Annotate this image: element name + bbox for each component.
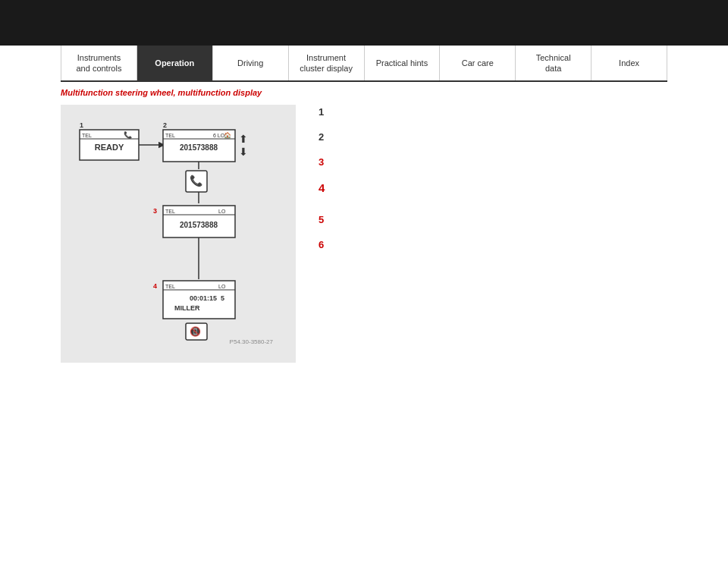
svg-text:MILLER: MILLER	[174, 304, 200, 312]
navigation-bar: Instruments and controls Operation Drivi…	[61, 46, 667, 82]
nav-item-technical-data[interactable]: Technical data	[516, 46, 592, 80]
step-4-number: 4	[318, 181, 329, 194]
subtitle: Multifunction steering wheel, multifunct…	[61, 88, 667, 97]
svg-text:TEL: TEL	[165, 209, 175, 214]
nav-item-practical-hints[interactable]: Practical hints	[365, 46, 441, 80]
svg-text:3: 3	[153, 207, 157, 215]
step-5-number: 5	[318, 214, 329, 225]
page-container: Instruments and controls Operation Drivi…	[0, 46, 728, 563]
step-3: 3	[318, 155, 667, 168]
svg-text:201573888: 201573888	[180, 221, 218, 229]
nav-item-instruments[interactable]: Instruments and controls	[61, 46, 137, 80]
svg-text:TEL: TEL	[165, 133, 175, 138]
svg-text:4: 4	[153, 282, 157, 290]
svg-text:📵: 📵	[190, 326, 201, 337]
steps-container: 1 2 3 4 5 6	[311, 105, 667, 363]
svg-text:⬇: ⬇	[239, 146, 248, 158]
svg-text:⬆: ⬆	[239, 133, 248, 145]
nav-item-instrument-cluster[interactable]: Instrument cluster display	[289, 46, 365, 80]
step-4: 4	[318, 180, 667, 194]
nav-item-operation[interactable]: Operation	[137, 46, 213, 80]
step-5: 5	[318, 212, 667, 225]
nav-item-index[interactable]: Index	[592, 46, 667, 80]
svg-text:READY: READY	[95, 143, 124, 152]
svg-text:TEL: TEL	[82, 133, 92, 138]
content-area: TEL 📞 READY 1 TEL 6 LO 🏠 2	[61, 105, 667, 363]
step-3-number: 3	[318, 156, 329, 168]
step-6: 6	[318, 237, 667, 250]
step-6-number: 6	[318, 239, 329, 250]
step-1-number: 1	[318, 106, 329, 118]
nav-item-driving[interactable]: Driving	[213, 46, 289, 80]
nav-item-car-care[interactable]: Car care	[440, 46, 516, 80]
svg-text:00:01:15: 00:01:15	[190, 294, 217, 302]
svg-text:LO: LO	[218, 284, 226, 289]
svg-text:LO: LO	[218, 209, 226, 214]
svg-text:📞: 📞	[190, 175, 203, 187]
svg-text:🏠: 🏠	[224, 131, 231, 139]
diagram-image: TEL 📞 READY 1 TEL 6 LO 🏠 2	[72, 116, 281, 351]
svg-text:📞: 📞	[124, 131, 133, 140]
diagram-reference: P54.30-3580-27	[230, 338, 273, 345]
diagram-container: TEL 📞 READY 1 TEL 6 LO 🏠 2	[61, 105, 296, 363]
step-2: 2	[318, 130, 667, 143]
svg-text:2: 2	[163, 121, 167, 129]
svg-text:1: 1	[80, 121, 83, 129]
svg-text:5: 5	[221, 294, 224, 302]
step-1: 1	[318, 105, 667, 118]
svg-text:TEL: TEL	[165, 284, 175, 289]
step-2-number: 2	[318, 131, 329, 143]
svg-text:201573888: 201573888	[180, 143, 218, 152]
diagram-svg: TEL 📞 READY 1 TEL 6 LO 🏠 2	[72, 116, 281, 351]
